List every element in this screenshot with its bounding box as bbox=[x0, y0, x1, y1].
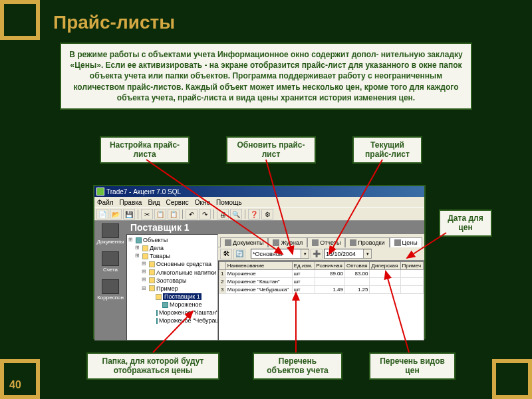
toolbar-button[interactable]: 📄 bbox=[96, 209, 108, 219]
column-header[interactable]: Примеч bbox=[400, 262, 423, 270]
outlook-item[interactable]: Документы bbox=[96, 223, 124, 245]
tree-node[interactable]: ⊞Пример bbox=[128, 285, 216, 293]
annotation-date: Дата для цен bbox=[439, 209, 492, 237]
annotation-types: Перечень видов цен bbox=[369, 352, 456, 380]
tab-bar: ДокументыЖурналОтчетыПроводкиЦены bbox=[218, 234, 424, 247]
date-combo-value: 13/10/2004 bbox=[326, 251, 356, 257]
annotation-update: Обновить прайс- лист bbox=[226, 136, 316, 164]
column-header[interactable] bbox=[219, 262, 226, 270]
tree-node[interactable]: ⊞Зоотовары bbox=[128, 277, 216, 285]
tree-node[interactable]: Мороженое "Каштан" bbox=[128, 309, 216, 317]
toolbar-button[interactable]: ➕ bbox=[311, 249, 323, 259]
tab-Проводки[interactable]: Проводки bbox=[345, 237, 389, 247]
toolbar-button[interactable]: ⚙ bbox=[261, 209, 273, 219]
tab-Цены[interactable]: Цены bbox=[390, 237, 422, 247]
app-icon bbox=[96, 188, 104, 196]
supplier-header: Поставщик 1 bbox=[126, 221, 424, 234]
toolbar-button[interactable]: 🔍 bbox=[230, 209, 242, 219]
menu-item[interactable]: Вид bbox=[148, 199, 160, 206]
toolbar-button[interactable]: ↶ bbox=[186, 209, 198, 219]
menu-item[interactable]: Правка bbox=[120, 199, 142, 206]
annotation-current: Текущий прайс-лист bbox=[352, 136, 422, 164]
corner-decoration bbox=[0, 0, 40, 40]
tab-Отчеты[interactable]: Отчеты bbox=[307, 237, 345, 247]
table-row[interactable]: 1Мороженоешт89.0083.00 bbox=[219, 270, 424, 278]
titlebar[interactable]: Trade7 - Акцент 7.0 SQL bbox=[94, 186, 424, 197]
setup-pricelist-button[interactable]: 🛠 bbox=[220, 249, 232, 259]
toolbar-button[interactable]: 📋 bbox=[154, 209, 166, 219]
tree-node[interactable]: ⊞Основные средства bbox=[128, 260, 216, 268]
table-row[interactable]: 2Мороженое "Каштан"шт bbox=[219, 278, 424, 286]
toolbar-button[interactable]: 📂 bbox=[110, 209, 122, 219]
toolbar-button[interactable]: 💾 bbox=[123, 209, 135, 219]
tree-node[interactable]: Мороженое bbox=[128, 301, 216, 309]
menu-item[interactable]: Окно bbox=[195, 199, 210, 206]
corner-decoration bbox=[492, 359, 532, 399]
price-toolbar: 🛠 🔄 *Основной ▾ ➕ 13/10/2004 ▾ bbox=[218, 247, 424, 261]
toolbar-button[interactable]: 🖨 bbox=[217, 209, 229, 219]
outlook-item[interactable]: Корреспон bbox=[97, 279, 124, 301]
price-grid[interactable]: НаименованиеЕд.изм.РозничнаяОптоваяДилер… bbox=[218, 261, 424, 340]
page-title: Прайс-листы bbox=[53, 12, 175, 33]
menubar: ФайлПравкаВидСервисОкноПомощь bbox=[94, 197, 424, 207]
chevron-down-icon[interactable]: ▾ bbox=[363, 249, 371, 258]
pricelist-combo-value: *Основной bbox=[253, 251, 283, 257]
column-header[interactable]: Ед.изм. bbox=[292, 262, 315, 270]
toolbar-button[interactable]: ❓ bbox=[248, 209, 260, 219]
chevron-down-icon[interactable]: ▾ bbox=[301, 249, 309, 258]
tree-node[interactable]: ⊞Алкогольные напитки bbox=[128, 269, 216, 277]
column-header[interactable]: Розничная bbox=[315, 262, 344, 270]
menu-item[interactable]: Сервис bbox=[166, 199, 188, 206]
column-header[interactable]: Дилерская bbox=[370, 262, 400, 270]
app-window: Trade7 - Акцент 7.0 SQL ФайлПравкаВидСер… bbox=[93, 185, 426, 339]
page-number: 40 bbox=[9, 379, 21, 391]
outlook-item[interactable]: Счета bbox=[102, 251, 119, 273]
date-combo[interactable]: 13/10/2004 ▾ bbox=[324, 249, 372, 259]
toolbar-button[interactable]: 📋 bbox=[168, 209, 180, 219]
annotation-setup: Настройка прайс- листа bbox=[100, 136, 190, 164]
menu-item[interactable]: Файл bbox=[97, 199, 114, 206]
column-header[interactable]: Наименование bbox=[225, 262, 292, 270]
column-header[interactable]: Оптовая bbox=[345, 262, 370, 270]
tab-Документы[interactable]: Документы bbox=[220, 237, 268, 247]
annotation-list: Перечень объектов учета bbox=[253, 352, 342, 380]
window-title: Trade7 - Акцент 7.0 SQL bbox=[106, 188, 181, 196]
tree-node[interactable]: ⊞Дела bbox=[128, 244, 216, 252]
tree-node[interactable]: Мороженое "Чебурашка" bbox=[128, 317, 216, 325]
tree-node[interactable]: ⊞Объекты bbox=[128, 236, 216, 244]
refresh-pricelist-button[interactable]: 🔄 bbox=[233, 249, 245, 259]
outlook-bar: ДокументыСчетаКорреспон bbox=[94, 221, 126, 340]
tree-node[interactable]: Поставщик 1 bbox=[128, 293, 216, 301]
table-row[interactable]: 3Мороженое "Чебурашка"шт1.491.25 bbox=[219, 286, 424, 294]
toolbar-button[interactable]: ✂ bbox=[141, 209, 153, 219]
pricelist-combo[interactable]: *Основной ▾ bbox=[251, 249, 309, 259]
folder-tree[interactable]: ⊞Объекты⊞Дела⊞Товары⊞Основные средства⊞А… bbox=[126, 234, 218, 340]
annotation-folder: Папка, для которой будут отображаться це… bbox=[86, 352, 219, 380]
toolbar-button[interactable]: ↷ bbox=[199, 209, 211, 219]
description-box: В режиме работы с объектами учета Информ… bbox=[60, 43, 472, 110]
tab-Журнал[interactable]: Журнал bbox=[268, 237, 307, 247]
toolbar: 📄 📂 💾 ✂ 📋 📋 ↶ ↷ 🖨 🔍 ❓ ⚙ bbox=[94, 207, 424, 221]
tree-node[interactable]: ⊞Товары bbox=[128, 252, 216, 260]
menu-item[interactable]: Помощь bbox=[216, 199, 242, 206]
